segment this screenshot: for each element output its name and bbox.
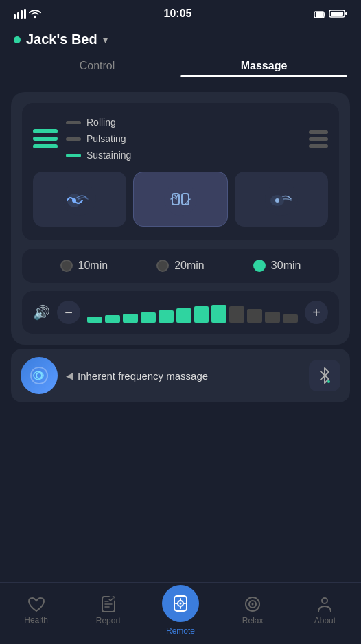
main-card: Rolling Pulsating Sustaining	[11, 92, 350, 345]
nav-report-label: Report	[96, 616, 121, 625]
health-icon	[27, 596, 45, 612]
volume-decrease-button[interactable]: −	[57, 301, 80, 324]
vol-bar-3	[141, 312, 156, 323]
svg-point-30	[180, 602, 182, 604]
tab-bar: Control Massage	[0, 54, 361, 82]
svg-point-4	[34, 16, 36, 19]
massage-mode-label: ◀ Inherent frequency massage	[66, 370, 301, 382]
svg-rect-0	[14, 14, 16, 19]
mode-dot-pulsating	[66, 137, 81, 141]
point-icon	[264, 181, 299, 217]
connection-dot	[14, 36, 21, 43]
volume-increase-button[interactable]: +	[305, 301, 328, 324]
point-mode-button[interactable]	[235, 172, 328, 227]
massage-top: Rolling Pulsating Sustaining	[33, 117, 328, 161]
volume-icon: 🔊	[33, 304, 50, 321]
wave-play-button[interactable]	[21, 357, 58, 394]
nav-remote-circle	[162, 585, 199, 622]
volume-bars	[87, 302, 298, 323]
vol-bar-1	[105, 315, 120, 323]
wifi-icon	[29, 9, 41, 19]
vol-bar-5	[176, 308, 191, 323]
nav-about-label: About	[314, 616, 336, 625]
vol-bar-11	[283, 314, 298, 323]
timer-10min[interactable]: 10min	[60, 260, 108, 272]
intensity-bars	[33, 129, 58, 148]
remote-icon	[172, 595, 189, 612]
vol-bar-4	[159, 310, 174, 323]
intensity-bar-2	[33, 137, 58, 141]
volume-section: 🔊 − +	[22, 291, 339, 334]
nav-relax[interactable]: Relax	[217, 595, 289, 625]
right-bar-1	[309, 130, 328, 134]
timer-30min[interactable]: 30min	[253, 260, 301, 272]
massage-mode-section: Rolling Pulsating Sustaining	[22, 103, 339, 240]
nav-remote[interactable]: Remote	[144, 585, 216, 636]
mode-rolling[interactable]: Rolling	[66, 117, 301, 128]
bluetooth-icon	[317, 367, 332, 384]
wave-play-icon	[30, 366, 49, 385]
vol-bar-10	[265, 312, 280, 323]
svg-rect-2	[21, 10, 23, 19]
timer-section: 10min 20min 30min	[22, 249, 339, 283]
tab-control[interactable]: Control	[14, 54, 180, 82]
timer-radio-30	[253, 260, 266, 272]
about-icon	[316, 595, 334, 613]
vol-bar-0	[87, 317, 102, 323]
mode-right-bars	[309, 130, 328, 148]
wave-icon	[62, 181, 97, 217]
right-bar-2	[309, 137, 328, 141]
svg-point-38	[322, 598, 327, 603]
vol-bar-8	[229, 306, 244, 323]
vol-bar-6	[194, 306, 209, 323]
wave-mode-button[interactable]	[33, 172, 126, 227]
right-bar-3	[309, 144, 328, 148]
mode-sustaining[interactable]: Sustaining	[66, 150, 301, 161]
timer-radio-20	[156, 260, 169, 272]
nav-relax-label: Relax	[242, 616, 264, 625]
report-icon	[101, 595, 116, 613]
svg-rect-6	[316, 12, 323, 18]
intensity-bar-3	[33, 144, 58, 148]
svg-point-13	[72, 198, 76, 203]
svg-rect-7	[324, 13, 325, 16]
arrow-icon: ◀	[66, 370, 73, 381]
massage-bottom-bar: ◀ Inherent frequency massage	[11, 349, 350, 402]
device-name: Jack's Bed	[26, 32, 97, 47]
chevron-down-icon[interactable]: ▾	[103, 34, 108, 45]
vol-bar-9	[247, 309, 262, 323]
svg-rect-3	[24, 9, 26, 19]
auto-mode-button[interactable]	[133, 172, 228, 227]
header: Jack's Bed ▾	[0, 25, 361, 54]
relax-icon	[244, 595, 261, 613]
nav-health[interactable]: Health	[0, 596, 72, 625]
bluetooth-button[interactable]	[309, 360, 340, 391]
status-bar: 10:05	[0, 0, 361, 25]
mode-dot-rolling	[66, 121, 81, 124]
timer-20min[interactable]: 20min	[156, 260, 205, 272]
massage-buttons	[33, 172, 328, 227]
tab-massage[interactable]: Massage	[180, 54, 347, 82]
status-right	[314, 10, 347, 18]
vol-bar-7	[211, 305, 226, 323]
svg-point-14	[164, 183, 197, 216]
mode-dot-sustaining	[66, 154, 81, 157]
svg-rect-9	[331, 12, 343, 16]
status-left	[14, 9, 41, 19]
svg-point-19	[275, 198, 279, 203]
vol-bar-2	[123, 314, 138, 323]
nav-health-label: Health	[24, 615, 48, 625]
nav-report[interactable]: Report	[72, 595, 144, 625]
svg-point-21	[36, 373, 42, 378]
mode-pulsating[interactable]: Pulsating	[66, 133, 301, 144]
nav-about[interactable]: About	[289, 595, 361, 625]
bottom-nav: Health Report Remote	[0, 582, 361, 644]
svg-point-37	[252, 603, 254, 605]
auto-icon	[163, 181, 198, 217]
lock-icon	[314, 10, 325, 18]
mode-labels: Rolling Pulsating Sustaining	[66, 117, 301, 161]
timer-radio-10	[60, 260, 73, 272]
battery-icon	[329, 10, 347, 18]
svg-rect-10	[345, 12, 347, 15]
status-time: 10:05	[164, 8, 192, 20]
